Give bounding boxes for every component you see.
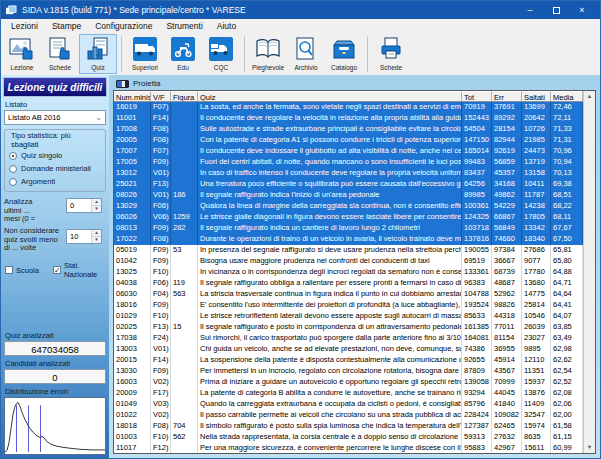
table-row[interactable]: 13025F10)In vicinanza o in corrispondenz… <box>114 267 583 278</box>
close-button[interactable]: × <box>569 1 595 19</box>
volte-spinner[interactable]: 10 ▲▼ <box>66 229 102 244</box>
tipo-statistica-title: Tipo statistica: più sbagliati <box>9 131 101 149</box>
table-cell: 17038 <box>114 333 151 344</box>
checkbox-stat-nazionale[interactable]: ✓Stat. Nazionale <box>53 261 105 279</box>
table-cell: Il passo carrabile permette ai veicoli c… <box>198 410 462 421</box>
menu-stampe[interactable]: Stampe <box>46 21 89 31</box>
toolbar-button-schede[interactable]: Schede <box>41 34 79 74</box>
column-header-media[interactable]: Media <box>551 91 583 102</box>
table-cell: F10) <box>151 432 171 443</box>
window-controls: – × <box>517 1 595 19</box>
table-row[interactable]: 17008F08)Sulle autostrade e strade extra… <box>114 124 583 135</box>
table-cell: F09) <box>151 223 171 234</box>
menu-lezioni[interactable]: Lezioni <box>5 21 46 31</box>
column-header-num-ministe[interactable]: Num.ministe <box>114 91 151 102</box>
table-row[interactable]: 01042F09)Bisogna usare maggiore prudenza… <box>114 256 583 267</box>
table-row[interactable]: 13030F09)Per immettersi in un incrocio, … <box>114 366 583 377</box>
table-row[interactable]: 06030F04)563La striscia trasversale cont… <box>114 289 583 300</box>
column-header-saltati[interactable]: Saltati <box>522 91 551 102</box>
minimize-button[interactable]: – <box>517 1 543 19</box>
table-cell: Per una maggiore sicurezza, è convenient… <box>198 443 462 454</box>
toolbar-button-archivio[interactable]: Archivio <box>287 34 325 74</box>
table-cell: 562 <box>171 432 198 443</box>
table-row[interactable]: 01049V03)Quando la carreggiata extraurba… <box>114 399 583 410</box>
table-cell: 64,88 <box>551 267 583 278</box>
table-row[interactable]: 01029F10)Le strisce retroriflettenti lat… <box>114 311 583 322</box>
table-row[interactable]: 18018F08)704Il simbolo raffigurato è pos… <box>114 421 583 432</box>
menu-aiuto[interactable]: Aiuto <box>211 21 244 31</box>
column-header-figura[interactable]: Figura <box>171 91 198 102</box>
radio-quiz-singolo[interactable]: Quiz singolo <box>9 149 101 162</box>
table-row[interactable]: 11017F12)Per una maggiore sicurezza, è c… <box>114 443 583 454</box>
table-row[interactable]: 11001F14)Il conducente deve regolare la … <box>114 113 583 124</box>
toolbar-button-superiori[interactable]: Superiori <box>126 34 164 74</box>
toolbar-button-quiz[interactable]: Quiz <box>79 34 117 74</box>
column-header-quiz[interactable]: Quiz <box>198 91 462 102</box>
proietta-button[interactable]: Proietta <box>133 79 161 88</box>
checkbox-scuola[interactable]: Scuola <box>5 261 39 279</box>
table-row[interactable]: 06026V06)1259Le strisce gialle diagonali… <box>114 212 583 223</box>
table-cell: 59313 <box>462 432 492 443</box>
toolbar-button-catalogo[interactable]: Catalogo <box>325 34 363 74</box>
table-cell: 69,38 <box>551 179 583 190</box>
table-row[interactable]: 17007F07)Il conducente deve indossare il… <box>114 146 583 157</box>
table-row[interactable]: 08013F09)282Il segnale raffigurato indic… <box>114 223 583 234</box>
table-cell: 25021 <box>114 179 151 190</box>
toolbar-button-cqc[interactable]: CQC <box>202 34 240 74</box>
table-row[interactable]: 04038F06)119Il segnale raffigurato obbli… <box>114 278 583 289</box>
table-row[interactable]: 02025F13)15Il segnale raffigurato è post… <box>114 322 583 333</box>
scroll-up-icon[interactable]: ▲ <box>584 91 595 102</box>
table-cell: 186 <box>171 190 198 201</box>
spinner-down-icon[interactable]: ▼ <box>92 205 101 212</box>
table-row[interactable]: 13003V01)Chi guida un veicolo, anche se … <box>114 344 583 355</box>
table-row[interactable]: 16019F07)La sosta, ed anche la fermata, … <box>114 102 583 113</box>
table-row[interactable]: 17005F09)Fuori dei centri abitati, di no… <box>114 157 583 168</box>
vertical-scrollbar[interactable]: ▲ ▼ <box>583 91 595 453</box>
menu-strumenti[interactable]: Strumenti <box>160 21 210 31</box>
table-cell: F13) <box>151 322 171 333</box>
table-row[interactable]: 20005F08)Con la patente di categoria A1 … <box>114 135 583 146</box>
table-row[interactable]: 01022V02)Il passo carrabile permette ai … <box>114 410 583 421</box>
radio-domande-ministeriali[interactable]: Domande ministeriali <box>9 162 101 175</box>
listato-select[interactable]: Listato AB 2016 ⌄ <box>4 110 106 125</box>
table-row[interactable]: 18016F09)E' consentito l'uso intermitten… <box>114 300 583 311</box>
table-cell: Il segnale raffigurato indica l'inizio d… <box>198 190 462 201</box>
table-row[interactable]: 16003V02)Prima di iniziare a guidare un … <box>114 377 583 388</box>
spinner-down-icon[interactable]: ▼ <box>92 236 101 243</box>
table-row[interactable]: 13029F06)Qualora la linea di margine del… <box>114 201 583 212</box>
titlebar: SIDA v.1815 (build 771) * Sede principal… <box>1 1 600 19</box>
table-cell: Per immettersi in un incrocio, regolato … <box>198 366 462 377</box>
sidebar: Lezione quiz difficili Listato Listato A… <box>1 75 109 458</box>
table-row[interactable]: 20009F17)La patente di categoria B abili… <box>114 388 583 399</box>
table-cell: 99483 <box>462 157 492 168</box>
toolbar-button-edu[interactable]: Edu <box>164 34 202 74</box>
table-row[interactable]: 25021F13)Una frenatura poco efficiente o… <box>114 179 583 190</box>
table-row[interactable]: 17038F24)Sui rimorchi, il carico traspor… <box>114 333 583 344</box>
scroll-down-icon[interactable]: ▼ <box>584 442 595 453</box>
table-row[interactable]: 01003F10)562Nella strada rappresentata, … <box>114 432 583 443</box>
maximize-button[interactable] <box>543 1 569 19</box>
table-cell: 28154 <box>492 124 522 135</box>
toolbar-button-schede[interactable]: Schede <box>372 34 410 74</box>
column-header-v-f[interactable]: V/F <box>151 91 171 102</box>
table-cell: 06026 <box>114 212 151 223</box>
table-row[interactable]: 17022F08)Durante le operazioni di traino… <box>114 234 583 245</box>
table-row[interactable]: 08026V01)186Il segnale raffigurato indic… <box>114 190 583 201</box>
table-cell: 45914 <box>492 355 522 366</box>
table-row[interactable]: 13012V01)In caso di traffico intenso il … <box>114 168 583 179</box>
radio-argomenti[interactable]: Argomenti <box>9 175 101 188</box>
toolbar-button-lezione[interactable]: Lezione <box>3 34 41 74</box>
sidebar-title: Lezione quiz difficili <box>3 77 107 97</box>
table-cell: F10) <box>151 311 171 322</box>
column-header-tot[interactable]: Tot <box>462 91 492 102</box>
toolbar-button-pieghevole[interactable]: Pieghevole <box>249 34 287 74</box>
table-row[interactable]: 20015F14)La sospensione della patente è … <box>114 355 583 366</box>
table-cell: 04038 <box>114 278 151 289</box>
table-row[interactable]: 05019F09)53In presenza del segnale raffi… <box>114 245 583 256</box>
column-header-err[interactable]: Err <box>492 91 522 102</box>
content-area: Lezione quiz difficili Listato Listato A… <box>1 75 600 458</box>
table-cell: F24) <box>151 333 171 344</box>
menu-configurazione[interactable]: Configurazione <box>89 21 160 31</box>
table-cell: 26039 <box>522 322 551 333</box>
analizza-mesi-spinner[interactable]: 0 ▲▼ <box>66 198 102 213</box>
